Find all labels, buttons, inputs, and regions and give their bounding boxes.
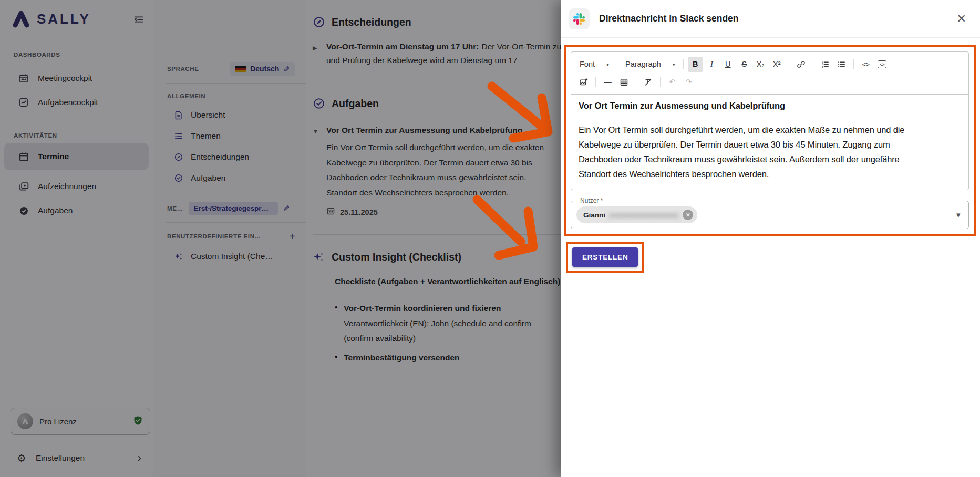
modal-header: Direktnachricht in Slack senden ✕: [561, 0, 980, 38]
code-block-button[interactable]: <>: [874, 57, 890, 72]
insert-table-button[interactable]: [616, 75, 632, 90]
bold-button[interactable]: B: [688, 57, 703, 72]
bullet-list-button[interactable]: [834, 57, 849, 72]
editor-toolbar: Font▾ Paragraph▾ B I U S X₂ X²: [571, 52, 968, 95]
underline-button[interactable]: U: [720, 57, 736, 72]
app-window: SALLY DASHBOARDS Meetingcockpit Aufgaben…: [0, 0, 980, 477]
slack-message-modal: Direktnachricht in Slack senden ✕ Font▾ …: [561, 0, 980, 477]
insert-image-button[interactable]: [576, 75, 591, 90]
svg-text:3: 3: [822, 65, 823, 68]
link-button[interactable]: [793, 57, 809, 72]
editor-heading: Vor Ort Termin zur Ausmessung und Kabelp…: [579, 101, 961, 111]
redo-button[interactable]: ↷: [681, 75, 696, 90]
slack-logo-icon: [569, 8, 590, 29]
rich-text-editor: Font▾ Paragraph▾ B I U S X₂ X²: [571, 51, 969, 190]
user-select-field[interactable]: Nutzer * Gianni (●●●●●●●●●●●●●●●●) ✕ ▼: [571, 201, 969, 229]
user-chip: Gianni (●●●●●●●●●●●●●●●●) ✕: [576, 206, 697, 223]
undo-button[interactable]: ↶: [665, 75, 680, 90]
close-icon[interactable]: ✕: [957, 12, 966, 26]
dropdown-caret-icon[interactable]: ▼: [955, 211, 962, 219]
create-button[interactable]: ERSTELLEN: [572, 247, 638, 267]
strikethrough-button[interactable]: S: [737, 57, 752, 72]
font-dropdown[interactable]: Font▾: [575, 58, 613, 70]
horizontal-rule-button[interactable]: —: [600, 75, 615, 90]
clear-formatting-button[interactable]: [641, 75, 656, 90]
editor-content[interactable]: Vor Ort Termin zur Ausmessung und Kabelp…: [571, 95, 968, 190]
annotation-highlight-editor: Font▾ Paragraph▾ B I U S X₂ X²: [564, 45, 976, 236]
chevron-down-icon: ▾: [606, 61, 609, 67]
editor-body-text: Ein Vor Ort Termin soll durchgeführt wer…: [579, 122, 961, 181]
subscript-button[interactable]: X₂: [753, 57, 768, 72]
inline-code-button[interactable]: <>: [858, 57, 873, 72]
remove-chip-icon[interactable]: ✕: [683, 210, 693, 220]
italic-button[interactable]: I: [704, 57, 719, 72]
user-chip-masked-email: (●●●●●●●●●●●●●●●●): [608, 211, 679, 219]
chevron-down-icon: ▾: [673, 61, 675, 67]
ordered-list-button[interactable]: 123: [818, 57, 833, 72]
user-chip-name: Gianni: [583, 211, 605, 219]
user-field-label: Nutzer *: [577, 197, 605, 204]
annotation-highlight-button: ERSTELLEN: [566, 242, 644, 273]
modal-title: Direktnachricht in Slack senden: [599, 13, 957, 24]
paragraph-dropdown[interactable]: Paragraph▾: [621, 58, 679, 70]
modal-backdrop[interactable]: [0, 0, 561, 477]
superscript-button[interactable]: X²: [769, 57, 785, 72]
